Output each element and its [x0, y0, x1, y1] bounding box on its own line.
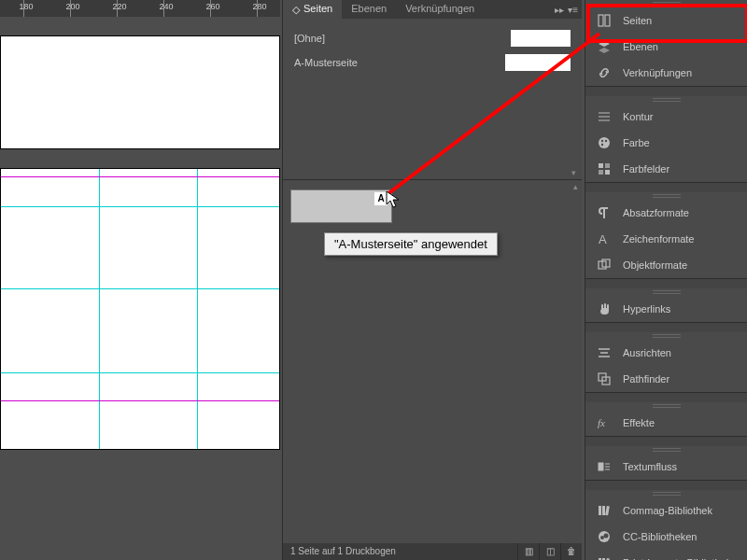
panel-collapse-icon[interactable]: ▸▸ — [555, 5, 564, 15]
dock-item-label: Effekte — [623, 417, 655, 428]
dock-item-hyper[interactable]: Hyperlinks — [585, 296, 747, 322]
dock-item-label: Pathfinder — [623, 373, 669, 385]
dock-item-printlay[interactable]: Print-Layouts-Bibliothek — [585, 550, 747, 560]
dock-item-label: Objektformate — [623, 259, 687, 271]
dock-item-absatz[interactable]: Absatzformate — [585, 200, 747, 226]
master-pages-section: [Ohne]A-Musterseite — [283, 19, 582, 75]
hand-icon — [595, 301, 613, 316]
dock-separator — [585, 480, 747, 490]
palette-icon — [595, 135, 613, 150]
fx-icon: fx — [595, 415, 613, 430]
layers-icon — [595, 39, 613, 54]
align-icon — [595, 345, 613, 360]
master-page-row[interactable]: A-Musterseite — [294, 50, 571, 75]
dock-item-commag[interactable]: Commag-Bibliothek — [585, 497, 747, 524]
svg-text:fx: fx — [598, 417, 605, 428]
ruler-tick: 220 — [117, 0, 118, 17]
tab-ebenen[interactable]: Ebenen — [342, 0, 396, 19]
dock-grabber[interactable] — [585, 332, 747, 340]
svg-rect-0 — [599, 15, 603, 26]
master-page-row[interactable]: [Ohne] — [294, 26, 571, 50]
ruler-tick: 260 — [210, 0, 211, 17]
guide-vertical[interactable] — [197, 169, 198, 449]
status-text: 1 Seite auf 1 Druckbogen — [290, 543, 396, 560]
svg-rect-11 — [599, 170, 603, 175]
pages-panel: ◇Seiten Ebenen Verknüpfungen ▸▸ ▾≡ [Ohne… — [282, 0, 582, 560]
guide-horizontal[interactable] — [1, 288, 279, 289]
dock-item-pathfinder[interactable]: Pathfinder — [585, 366, 747, 392]
guide-vertical[interactable] — [99, 169, 100, 449]
margin-guide — [1, 176, 279, 177]
dock-item-label: Textumfluss — [623, 461, 677, 472]
horizontal-ruler: 180200220240260280 — [0, 0, 280, 17]
tab-label: Ebenen — [351, 3, 387, 14]
ruler-tick: 180 — [23, 0, 24, 17]
scroll-up-icon[interactable]: ▴ — [571, 182, 580, 191]
svg-text:A: A — [599, 232, 607, 246]
dock-item-farbfelder[interactable]: Farbfelder — [585, 156, 747, 182]
panel-tab-bar: ◇Seiten Ebenen Verknüpfungen ▸▸ ▾≡ — [283, 0, 582, 19]
svg-rect-12 — [605, 170, 610, 175]
dock-item-verknupf[interactable]: Verknüpfungen — [585, 60, 747, 86]
dock-item-ebenen[interactable]: Ebenen — [585, 34, 747, 60]
lib-icon — [595, 555, 613, 560]
new-page-button[interactable]: ◫ — [539, 543, 560, 560]
page-spread[interactable] — [0, 35, 280, 149]
guide-horizontal[interactable] — [1, 372, 279, 373]
margin-guide — [1, 400, 279, 401]
master-page-label: A-Musterseite — [294, 57, 505, 68]
pathf-icon — [595, 371, 613, 386]
dock-separator — [585, 182, 747, 192]
cc-icon — [595, 529, 613, 544]
dock-item-textumfluss[interactable]: Textumfluss — [585, 454, 747, 480]
svg-rect-10 — [605, 163, 610, 168]
dock-item-zeichen[interactable]: AZeichenformate — [585, 226, 747, 252]
obj-icon — [595, 258, 613, 273]
dock-grabber[interactable] — [585, 0, 747, 7]
dock-separator — [585, 436, 747, 446]
char-icon: A — [595, 231, 613, 246]
scroll-down-icon[interactable]: ▾ — [569, 168, 578, 177]
dock-grabber[interactable] — [585, 192, 747, 200]
para-icon — [595, 205, 613, 220]
page-thumbnail[interactable]: A — [290, 189, 392, 223]
page-thumbnails-section[interactable]: A "A-Musterseite" angewendet ▴ — [283, 179, 582, 543]
status-btn-1[interactable]: ▥ — [517, 543, 539, 560]
panel-menu-icon[interactable]: ▾≡ — [568, 5, 578, 15]
dock-grabber[interactable] — [585, 288, 747, 296]
dock-grabber[interactable] — [585, 446, 747, 454]
svg-point-6 — [601, 140, 603, 142]
dock-item-label: Zeichenformate — [623, 233, 694, 245]
dock-item-ausrichten[interactable]: Ausrichten — [585, 340, 747, 366]
dock-item-effekte[interactable]: fxEffekte — [585, 410, 747, 436]
dock-grabber[interactable] — [585, 96, 747, 104]
tab-verknupfungen[interactable]: Verknüpfungen — [396, 0, 484, 19]
guide-horizontal[interactable] — [1, 206, 279, 207]
dock-grabber[interactable] — [585, 490, 747, 497]
svg-rect-26 — [599, 506, 601, 515]
master-badge: A — [374, 192, 388, 205]
delete-page-button[interactable]: 🗑 — [560, 543, 582, 560]
ruler-tick: 200 — [70, 0, 71, 17]
dock-separator — [585, 392, 747, 402]
tab-seiten[interactable]: ◇Seiten — [283, 0, 342, 19]
dock-item-objekt[interactable]: Objektformate — [585, 252, 747, 278]
svg-point-8 — [601, 144, 603, 146]
master-page-thumbnail[interactable] — [505, 54, 571, 71]
dock-item-farbe[interactable]: Farbe — [585, 130, 747, 156]
tab-label: Verknüpfungen — [405, 3, 474, 14]
svg-point-31 — [604, 534, 609, 539]
dock-separator — [585, 278, 747, 288]
master-page-thumbnail[interactable] — [511, 30, 571, 47]
dock-item-seiten[interactable]: Seiten — [585, 7, 747, 34]
dock-grabber[interactable] — [585, 402, 747, 410]
lib-icon — [595, 503, 613, 518]
dock-item-kontur[interactable]: Kontur — [585, 104, 747, 130]
pages-icon — [595, 13, 613, 28]
page-spread[interactable] — [0, 168, 280, 450]
drop-tooltip: "A-Musterseite" angewendet — [324, 232, 498, 256]
panel-status-bar: 1 Seite auf 1 Druckbogen ▥ ◫ 🗑 — [283, 543, 582, 560]
dock-item-cclib[interactable]: CC-Bibliotheken — [585, 524, 747, 550]
document-canvas[interactable]: 180200220240260280 — [0, 0, 280, 560]
svg-point-7 — [605, 140, 607, 142]
